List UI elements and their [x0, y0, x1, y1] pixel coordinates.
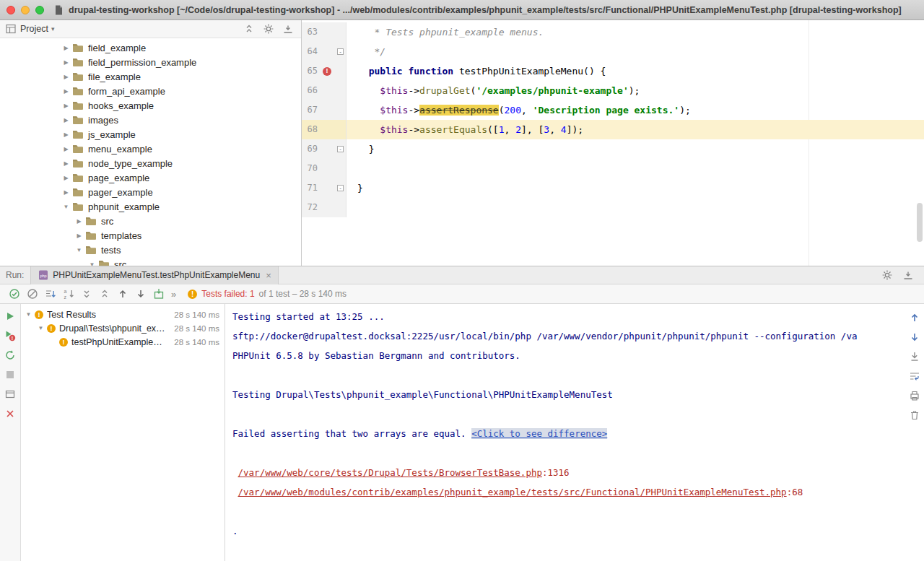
project-item[interactable]: ▼src — [0, 257, 301, 266]
collapse-all-icon[interactable] — [243, 23, 255, 35]
chevron-down-icon[interactable]: ▼ — [37, 325, 45, 331]
clear-console-icon[interactable] — [909, 409, 920, 421]
code-line[interactable]: } — [346, 139, 924, 159]
zoom-window-button[interactable] — [35, 6, 44, 14]
project-item[interactable]: ▶pager_example — [0, 185, 301, 199]
chevron-down-icon[interactable]: ▼ — [62, 204, 70, 210]
fold-marker-icon[interactable] — [337, 146, 344, 152]
line-number[interactable]: 63 — [302, 22, 321, 42]
expand-all-icon[interactable] — [81, 288, 92, 300]
previous-failed-icon[interactable] — [117, 288, 128, 300]
stack-trace-link[interactable]: /var/www/web/core/tests/Drupal/Tests/Bro… — [238, 467, 542, 478]
fold-marker-icon[interactable] — [337, 48, 344, 55]
prev-occurrence-icon[interactable] — [909, 312, 920, 323]
close-window-button[interactable] — [6, 6, 15, 14]
chevron-right-icon[interactable]: ▶ — [62, 103, 70, 109]
chevron-right-icon[interactable]: ▶ — [75, 232, 83, 239]
rerun-failed-icon[interactable]: ! — [4, 330, 16, 342]
chevron-right-icon[interactable]: ▶ — [62, 74, 70, 80]
chevron-right-icon[interactable]: ▶ — [62, 175, 70, 181]
chevron-down-icon[interactable]: ▼ — [25, 311, 32, 318]
chevron-right-icon[interactable]: ▶ — [62, 59, 70, 66]
sort-alphabetically-icon[interactable]: az — [63, 288, 74, 300]
auto-test-icon[interactable] — [4, 349, 16, 361]
close-tab-icon[interactable] — [266, 271, 271, 280]
project-item[interactable]: ▶images — [0, 113, 301, 127]
run-actions-strip: ! — [0, 304, 21, 561]
project-item[interactable]: ▶hooks_example — [0, 98, 301, 113]
line-number[interactable]: 72 — [302, 198, 321, 217]
chevron-right-icon[interactable]: ▶ — [62, 117, 70, 123]
line-number[interactable]: 68 — [302, 120, 321, 139]
project-item[interactable]: ▶node_type_example — [0, 156, 301, 170]
chevron-down-icon[interactable]: ▼ — [75, 247, 83, 253]
code-line[interactable]: } — [346, 178, 924, 198]
show-passed-icon[interactable] — [9, 288, 20, 300]
hide-icon[interactable] — [902, 269, 914, 281]
line-number[interactable]: 69 — [302, 139, 321, 159]
chevron-right-icon[interactable]: ▶ — [62, 189, 70, 196]
chevron-right-icon[interactable]: ▶ — [62, 88, 70, 95]
project-item[interactable]: ▶form_api_example — [0, 84, 301, 98]
project-item[interactable]: ▼phpunit_example — [0, 199, 301, 214]
project-item[interactable]: ▶menu_example — [0, 142, 301, 156]
fold-marker-icon[interactable] — [337, 185, 344, 191]
project-item[interactable]: ▶file_example — [0, 69, 301, 84]
more-actions-icon[interactable] — [171, 289, 176, 300]
line-number[interactable]: 65 — [302, 61, 321, 81]
project-item[interactable]: ▶js_example — [0, 127, 301, 142]
sort-by-duration-icon[interactable] — [45, 288, 56, 300]
chevron-right-icon[interactable]: ▶ — [62, 146, 70, 152]
close-icon[interactable] — [4, 408, 16, 419]
line-number[interactable]: 70 — [302, 159, 321, 178]
project-item[interactable]: ▶field_permission_example — [0, 55, 301, 69]
test-tree-item[interactable]: ▼Test Results28 s 140 ms — [21, 308, 225, 321]
run-tab[interactable]: php PHPUnitExampleMenuTest.testPhpUnitEx… — [30, 266, 278, 284]
test-tree-item[interactable]: testPhpUnitExampleMenu28 s 140 ms — [21, 335, 225, 349]
code-line[interactable] — [346, 198, 924, 217]
stack-trace-link[interactable]: /var/www/web/modules/contrib/examples/ph… — [238, 487, 787, 497]
stop-icon[interactable] — [4, 369, 16, 380]
settings-icon[interactable] — [263, 23, 274, 35]
failed-test-gutter-icon[interactable] — [323, 67, 331, 76]
code-line[interactable]: $this->assertEquals([1, 2], [3, 4]); — [346, 120, 924, 139]
project-item[interactable]: ▶field_example — [0, 40, 301, 55]
chevron-right-icon[interactable]: ▶ — [62, 131, 70, 138]
editor-line: 69 } — [302, 139, 924, 159]
import-test-results-icon[interactable] — [153, 288, 165, 300]
line-number[interactable]: 67 — [302, 100, 321, 120]
chevron-right-icon[interactable]: ▶ — [62, 160, 70, 167]
see-difference-link[interactable]: <Click to see difference> — [471, 428, 607, 439]
code-line[interactable]: * Tests phpunit_example menus. — [346, 22, 924, 42]
chevron-right-icon[interactable]: ▶ — [62, 45, 70, 51]
test-tree-item[interactable]: ▼Drupal\Tests\phpunit_example\Functional… — [21, 321, 225, 335]
next-occurrence-icon[interactable] — [909, 331, 920, 343]
print-icon[interactable] — [909, 390, 920, 401]
project-item[interactable]: ▶templates — [0, 228, 301, 243]
chevron-right-icon[interactable]: ▶ — [75, 218, 83, 225]
soft-wrap-icon[interactable] — [909, 370, 920, 382]
code-line[interactable]: $this->drupalGet('/examples/phpunit-exam… — [346, 81, 924, 100]
next-failed-icon[interactable] — [135, 288, 147, 300]
line-number[interactable]: 71 — [302, 178, 321, 198]
code-line[interactable]: */ — [346, 42, 924, 61]
project-panel-title[interactable]: Project — [20, 24, 48, 34]
code-line[interactable] — [346, 159, 924, 178]
chevron-down-icon[interactable]: ▾ — [51, 25, 55, 32]
minimize-window-button[interactable] — [21, 6, 30, 14]
code-line[interactable]: $this->assertResponse(200, 'Description … — [346, 100, 924, 120]
project-item[interactable]: ▶page_example — [0, 170, 301, 185]
collapse-all-icon[interactable] — [99, 288, 110, 300]
code-line[interactable]: public function testPhpUnitExampleMenu()… — [346, 61, 924, 81]
hide-icon[interactable] — [282, 23, 294, 35]
rerun-icon[interactable] — [4, 310, 16, 322]
restore-layout-icon[interactable] — [4, 388, 16, 400]
scroll-end-icon[interactable] — [909, 351, 920, 362]
settings-icon[interactable] — [881, 269, 893, 281]
editor-scrollbar-thumb[interactable] — [917, 203, 923, 242]
line-number[interactable]: 66 — [302, 81, 321, 100]
project-item[interactable]: ▶src — [0, 214, 301, 228]
project-item[interactable]: ▼tests — [0, 243, 301, 257]
show-ignored-icon[interactable] — [27, 288, 38, 300]
line-number[interactable]: 64 — [302, 42, 321, 61]
